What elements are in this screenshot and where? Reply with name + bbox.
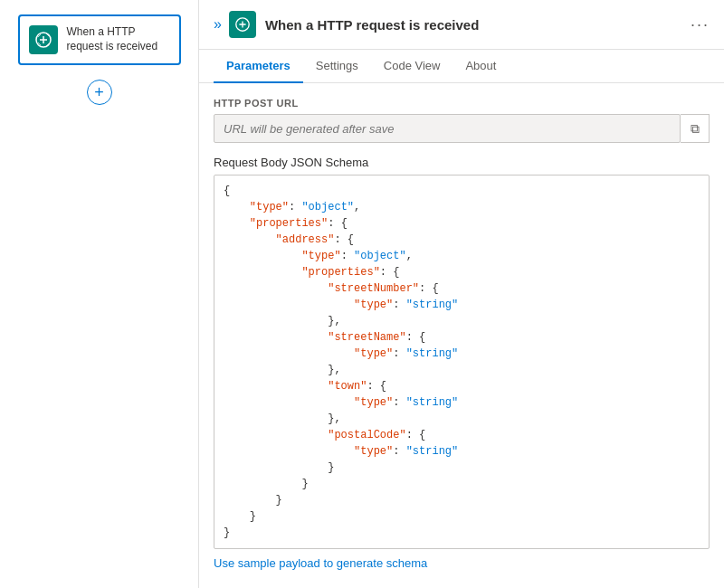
tabs: Parameters Settings Code View About — [199, 50, 724, 83]
json-line-6: "streetNumber": { — [224, 280, 700, 297]
json-line-8: }, — [224, 313, 700, 329]
sample-payload-link[interactable]: Use sample payload to generate schema — [214, 556, 427, 570]
url-field-row: ⧉ — [214, 114, 710, 143]
json-line-0: { — [224, 183, 700, 199]
json-line-13: "type": "string" — [224, 394, 700, 411]
json-line-11: }, — [224, 362, 700, 378]
trigger-card[interactable]: When a HTTP request is received — [18, 14, 181, 65]
add-step-button[interactable]: + — [87, 80, 112, 105]
json-line-20: } — [224, 508, 700, 525]
json-line-21: } — [224, 525, 700, 541]
json-line-19: } — [224, 492, 700, 508]
request-body-label: Request Body JSON Schema — [214, 156, 710, 169]
main-panel: » When a HTTP request is received ··· Pa… — [199, 0, 724, 588]
tab-settings[interactable]: Settings — [303, 50, 371, 83]
copy-icon: ⧉ — [691, 121, 700, 137]
json-line-2: "properties": { — [224, 215, 700, 232]
http-post-url-label: HTTP POST URL — [214, 98, 710, 109]
expand-icon[interactable]: » — [214, 16, 222, 33]
panel-title: When a HTTP request is received — [265, 17, 691, 33]
panel-http-icon — [234, 16, 251, 33]
more-options-button[interactable]: ··· — [691, 15, 710, 34]
trigger-card-label: When a HTTP request is received — [67, 25, 170, 53]
tab-about[interactable]: About — [452, 50, 509, 83]
json-line-17: } — [224, 460, 700, 476]
http-request-icon — [34, 31, 52, 49]
json-line-16: "type": "string" — [224, 443, 700, 460]
json-line-1: "type": "object", — [224, 199, 700, 215]
json-line-5: "properties": { — [224, 264, 700, 280]
json-line-14: }, — [224, 411, 700, 427]
panel-header: » When a HTTP request is received ··· — [199, 0, 724, 50]
panel-header-icon — [229, 11, 256, 38]
tab-code-view[interactable]: Code View — [371, 50, 453, 83]
plus-icon: + — [94, 84, 104, 100]
json-editor[interactable]: { "type": "object", "properties": { "add… — [214, 175, 710, 549]
panel-content: HTTP POST URL ⧉ Request Body JSON Schema… — [199, 83, 724, 588]
sidebar: When a HTTP request is received + — [0, 0, 199, 588]
json-line-4: "type": "object", — [224, 248, 700, 264]
tab-parameters[interactable]: Parameters — [214, 50, 303, 83]
http-post-url-input[interactable] — [214, 114, 681, 143]
json-line-7: "type": "string" — [224, 297, 700, 313]
json-line-3: "address": { — [224, 232, 700, 248]
json-line-9: "streetName": { — [224, 329, 700, 346]
trigger-card-icon — [29, 25, 58, 54]
json-line-10: "type": "string" — [224, 346, 700, 362]
json-line-12: "town": { — [224, 378, 700, 394]
copy-url-button[interactable]: ⧉ — [681, 114, 710, 143]
json-line-15: "postalCode": { — [224, 427, 700, 443]
json-line-18: } — [224, 476, 700, 492]
